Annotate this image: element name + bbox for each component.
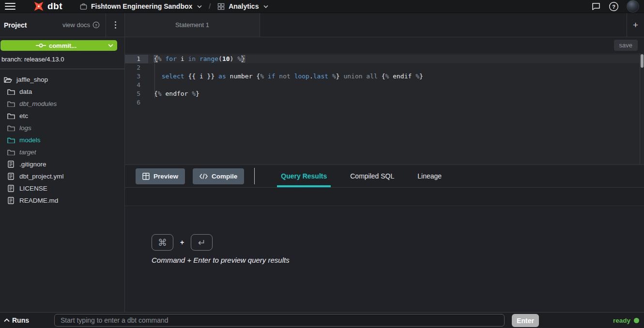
results-header-strip <box>125 188 644 206</box>
plus-icon: + <box>633 20 638 30</box>
tree-item-readme-md[interactable]: README.md <box>0 194 124 207</box>
sidebar: Project view docs ? <box>0 13 125 312</box>
tree-item-dbt-project-yml[interactable]: dbt_project.yml <box>0 170 124 182</box>
runs-toggle[interactable]: Runs <box>4 313 29 328</box>
file-icon <box>8 173 14 180</box>
chevron-down-icon[interactable] <box>197 5 202 8</box>
folder-icon <box>7 101 15 107</box>
new-tab-button[interactable]: + <box>627 13 644 37</box>
tree-item-dbt-modules[interactable]: dbt_modules <box>0 98 124 110</box>
line-number: 3 <box>125 72 148 81</box>
briefcase-icon <box>80 3 87 10</box>
tree-item-target[interactable]: target <box>0 146 124 158</box>
results-toolbar: Preview Compile Query ResultsCompiled SQ… <box>125 164 644 188</box>
breadcrumb: Fishtown Engineering Sandbox / Analytics <box>80 2 268 10</box>
code-line-2[interactable]: 2 <box>125 63 644 72</box>
chevron-down-icon[interactable] <box>108 44 113 47</box>
results-content: ⌘ + ↵ Command + Enter to preview query r… <box>125 206 644 312</box>
tree-item-label: models <box>19 136 41 144</box>
status-indicator: ready <box>613 313 639 328</box>
git-commit-icon <box>36 43 46 48</box>
tree-item-label: dbt_modules <box>19 100 57 107</box>
file-icon <box>8 185 14 192</box>
save-button[interactable]: save <box>614 40 638 51</box>
divider <box>254 168 255 184</box>
code-lines: 1{% for i in range(10) %}23 select {{ i … <box>125 55 644 107</box>
table-icon <box>142 173 150 180</box>
branch-label: branch: release/4.13.0 <box>1 56 124 63</box>
code-line-6[interactable]: 6 <box>125 98 644 107</box>
code-line-4[interactable]: 4 <box>125 81 644 89</box>
hamburger-menu-icon[interactable] <box>5 3 15 10</box>
tree-item-data[interactable]: data <box>0 86 124 98</box>
line-number: 1 <box>125 55 148 63</box>
tree-item-models[interactable]: models <box>0 134 124 146</box>
tree-item-label: logs <box>19 124 31 132</box>
line-number: 6 <box>125 98 148 107</box>
tree-item-logs[interactable]: logs <box>0 122 124 134</box>
results-tabs: Query ResultsCompiled SQLLineage <box>269 165 453 187</box>
results-tab-compiled-sql[interactable]: Compiled SQL <box>346 165 398 187</box>
view-docs-label: view docs <box>62 21 90 29</box>
results-tab-lineage[interactable]: Lineage <box>414 165 445 187</box>
tree-item-label: dbt_project.yml <box>19 173 64 180</box>
folder-icon <box>7 113 15 119</box>
tree-item-label: etc <box>19 112 28 119</box>
chevron-down-icon[interactable] <box>263 5 268 8</box>
topbar: dbt Fishtown Engineering Sandbox / Analy… <box>0 0 644 13</box>
plus-separator: + <box>180 239 184 246</box>
tree-item-label: data <box>19 88 32 95</box>
compile-button[interactable]: Compile <box>193 168 244 184</box>
editor-tab-statement-1[interactable]: Statement 1 <box>125 13 260 37</box>
tree-item-jaffle-shop[interactable]: jaffle_shop <box>0 74 124 86</box>
scrollbar-thumb[interactable] <box>641 54 644 68</box>
code-text <box>148 98 154 107</box>
kebab-icon <box>115 21 116 29</box>
chat-icon[interactable] <box>591 1 601 11</box>
tree-item-license[interactable]: LICENSE <box>0 182 124 194</box>
results-tab-query-results[interactable]: Query Results <box>277 165 331 187</box>
line-number: 2 <box>125 63 148 72</box>
status-dot-icon <box>634 318 639 323</box>
preview-label: Preview <box>153 173 178 180</box>
code-line-3[interactable]: 3 select {{ i }} as number {% if not loo… <box>125 72 644 81</box>
sidebar-menu-button[interactable] <box>106 13 124 37</box>
view-docs-button[interactable]: view docs ? <box>57 13 106 37</box>
grid-icon <box>217 3 225 10</box>
editor-tabbar: Statement 1 + <box>125 13 644 37</box>
commit-button[interactable]: commit... <box>0 40 117 51</box>
dbt-logo[interactable]: dbt <box>33 0 62 12</box>
status-label: ready <box>613 317 630 324</box>
editor-tab-label: Statement 1 <box>175 21 209 29</box>
file-tree: jaffle_shopdatadbt_modulesetclogsmodelst… <box>0 69 124 312</box>
tree-item--gitignore[interactable]: .gitignore <box>0 158 124 170</box>
folder-icon <box>7 125 15 131</box>
user-avatar[interactable] <box>627 0 639 13</box>
enter-button[interactable]: Enter <box>512 314 539 327</box>
folder-icon <box>7 149 15 155</box>
folder-open-icon <box>4 76 12 83</box>
code-text: select {{ i }} as number {% if not loop.… <box>148 72 423 81</box>
main-area: Project view docs ? <box>0 13 644 312</box>
brand-name: dbt <box>47 1 62 12</box>
dbt-cloud-ide: dbt Fishtown Engineering Sandbox / Analy… <box>0 0 644 328</box>
account-name[interactable]: Fishtown Engineering Sandbox <box>91 2 192 10</box>
code-line-1[interactable]: 1{% for i in range(10) %} <box>125 55 644 63</box>
file-icon <box>8 197 14 204</box>
command-key-icon: ⌘ <box>152 234 173 251</box>
tree-item-label: target <box>19 149 36 156</box>
commit-row: commit... <box>0 37 124 51</box>
tree-item-etc[interactable]: etc <box>0 110 124 122</box>
project-name[interactable]: Analytics <box>229 2 259 10</box>
dbt-command-input[interactable] <box>54 314 505 327</box>
code-line-5[interactable]: 5{% endfor %} <box>125 89 644 98</box>
tree-item-label: README.md <box>19 197 58 204</box>
code-text: {% for i in range(10) %} <box>148 55 245 63</box>
preview-button[interactable]: Preview <box>136 168 185 184</box>
svg-text:?: ? <box>95 23 97 28</box>
tree-item-label: LICENSE <box>19 185 47 192</box>
code-icon <box>199 173 208 179</box>
code-editor[interactable]: 1{% for i in range(10) %}23 select {{ i … <box>125 53 644 164</box>
help-icon[interactable]: ? <box>609 1 619 12</box>
editor-scrollbar[interactable] <box>640 53 644 164</box>
